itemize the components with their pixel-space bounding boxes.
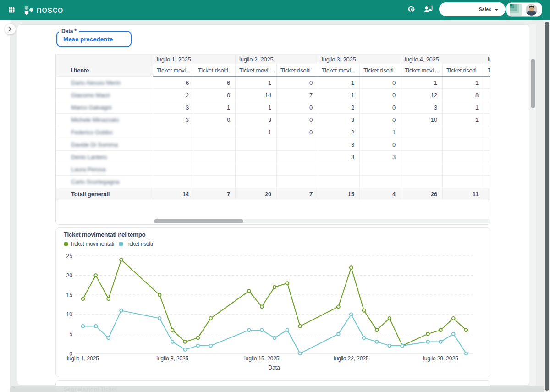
svg-text:luglio 15, 2025: luglio 15, 2025 [244,355,280,362]
svg-text:5: 5 [69,331,72,337]
svg-text:luglio 29, 2025: luglio 29, 2025 [423,355,458,362]
svg-text:Sales: Sales [479,7,491,12]
svg-text:15: 15 [66,292,72,298]
svg-text:20: 20 [66,272,72,279]
svg-text:Data: Data [268,364,280,371]
svg-text:luglio 22, 2025: luglio 22, 2025 [334,355,369,362]
svg-text:luglio 1, 2025: luglio 1, 2025 [67,355,99,362]
svg-text:luglio 8, 2025: luglio 8, 2025 [156,355,188,362]
svg-text:25: 25 [66,253,72,259]
svg-text:10: 10 [66,311,72,318]
